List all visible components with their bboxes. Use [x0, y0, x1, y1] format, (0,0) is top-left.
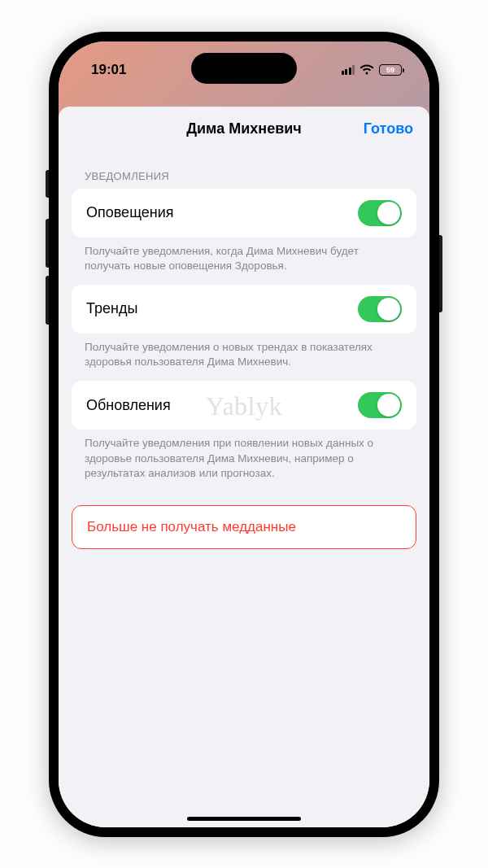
phone-frame: 19:01 59 Дима Михневич Г [49, 32, 439, 837]
page-title: Дима Михневич [186, 120, 302, 137]
row-footer-alerts: Получайте уведомления, когда Дима Михнев… [59, 238, 429, 285]
row-alerts[interactable]: Оповещения [72, 189, 416, 238]
section-header-notifications: УВЕДОМЛЕНИЯ [59, 152, 429, 189]
settings-sheet: Дима Михневич Готово УВЕДОМЛЕНИЯ Оповеще… [59, 107, 429, 827]
side-button-volume-up [46, 219, 49, 268]
battery-percent: 59 [386, 66, 394, 74]
screen: 19:01 59 Дима Михневич Г [59, 41, 429, 827]
side-button-power [439, 235, 442, 312]
toggle-alerts[interactable] [358, 200, 402, 226]
row-label: Тренды [86, 300, 137, 317]
row-footer-trends: Получайте уведомления о новых трендах в … [59, 334, 429, 381]
dynamic-island [191, 53, 297, 84]
stop-receiving-button[interactable]: Больше не получать медданные [72, 505, 416, 549]
row-updates[interactable]: Обновления [72, 381, 416, 430]
toggle-updates[interactable] [358, 392, 402, 418]
status-right: 59 [342, 64, 403, 76]
toggle-trends[interactable] [358, 296, 402, 322]
row-label: Обновления [86, 397, 171, 414]
done-button[interactable]: Готово [364, 107, 413, 152]
battery-icon: 59 [379, 64, 402, 76]
status-time: 19:01 [91, 62, 126, 78]
row-footer-updates: Получайте уведомления при появлении новы… [59, 430, 429, 492]
wifi-icon [359, 64, 374, 75]
home-indicator[interactable] [187, 817, 301, 821]
cellular-icon [342, 65, 355, 75]
sheet-header: Дима Михневич Готово [59, 107, 429, 152]
row-label: Оповещения [86, 204, 174, 221]
side-button-volume-down [46, 276, 49, 325]
side-button-silent [46, 170, 49, 198]
row-trends[interactable]: Тренды [72, 285, 416, 334]
